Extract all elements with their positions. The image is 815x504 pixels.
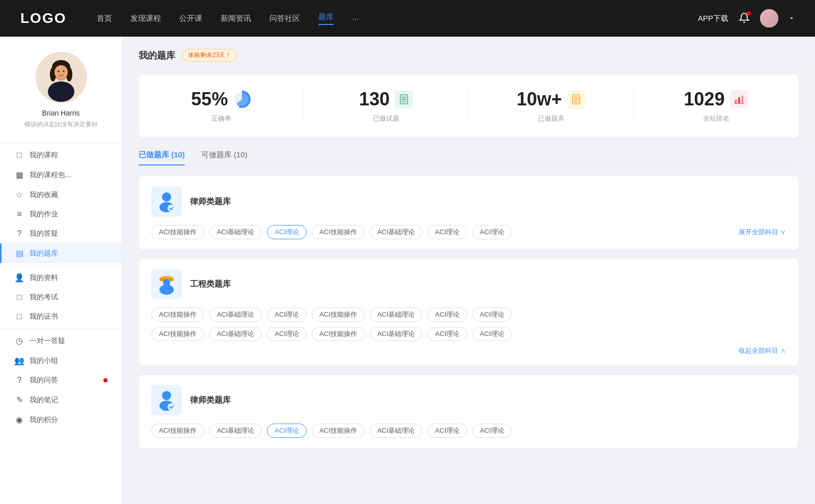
stat-banks-label: 已做题库 [538, 114, 564, 123]
tag[interactable]: ACI技能操作 [151, 424, 204, 438]
page-title: 我的题库 [139, 49, 175, 62]
tag-selected[interactable]: ACI理论 [267, 424, 307, 438]
doc-green-icon [395, 90, 413, 108]
tag[interactable]: ACI理论 [267, 327, 307, 341]
homework-icon: ≡ [14, 210, 24, 219]
sidebar-item-profile[interactable]: 👤 我的资料 [0, 268, 122, 288]
tag[interactable]: ACI基础理论 [209, 307, 262, 322]
sidebar-label: 我的证书 [30, 312, 107, 321]
navbar-nav: 首页 发现课程 公开课 新闻资讯 问答社区 题库 ··· [97, 12, 698, 25]
bank-name-lawyer-1: 律师类题库 [190, 197, 231, 207]
tab-available-banks[interactable]: 可做题库 (10) [201, 150, 248, 165]
tag[interactable]: ACI技能操作 [312, 225, 365, 239]
sidebar-item-points[interactable]: ◉ 我的积分 [0, 410, 122, 430]
notification-dot [747, 11, 751, 15]
doc-orange-icon [567, 90, 585, 108]
tag[interactable]: ACI基础理论 [209, 424, 262, 438]
tag[interactable]: ACI理论 [427, 327, 467, 341]
sidebar-item-questions[interactable]: ? 我的答疑 [0, 224, 122, 243]
sidebar-item-homework[interactable]: ≡ 我的作业 [0, 205, 122, 224]
nav-home[interactable]: 首页 [97, 14, 112, 23]
collapse-link-engineer[interactable]: 收起全部科目 ∧ [151, 346, 786, 355]
stat-done-value: 130 [359, 89, 390, 110]
tag[interactable]: ACI技能操作 [312, 327, 365, 341]
tab-done-banks[interactable]: 已做题库 (10) [139, 150, 185, 165]
svg-rect-22 [738, 97, 740, 103]
tag[interactable]: ACI技能操作 [151, 225, 204, 239]
tag[interactable]: ACI理论 [267, 307, 307, 322]
stat-accuracy-value: 55% [191, 89, 228, 110]
svg-point-9 [63, 71, 64, 72]
tag[interactable]: ACI理论 [472, 327, 512, 341]
sidebar-item-certificate[interactable]: □ 我的证书 [0, 307, 122, 326]
tag[interactable]: ACI基础理论 [209, 327, 262, 341]
svg-point-27 [168, 205, 175, 212]
nav-more[interactable]: ··· [352, 14, 359, 23]
avatar-dropdown-icon[interactable] [789, 15, 795, 21]
stat-done-label: 已做试题 [373, 114, 399, 123]
bank-name-engineer: 工程类题库 [190, 279, 231, 290]
sidebar-divider-mid2 [0, 328, 122, 329]
svg-point-32 [162, 391, 171, 400]
sidebar-item-bank[interactable]: ▤ 我的题库 [0, 243, 122, 263]
tag[interactable]: ACI基础理论 [209, 225, 262, 239]
sidebar-item-my-courses[interactable]: □ 我的课程 [0, 146, 122, 165]
user-avatar[interactable] [760, 9, 778, 27]
points-icon: ◉ [14, 415, 24, 425]
tag[interactable]: ACI基础理论 [370, 424, 423, 438]
sidebar-label: 我的考试 [30, 293, 107, 302]
bank-icon: ▤ [14, 248, 24, 258]
sidebar: Brian Harris 错误的决定比没有决定要好 □ 我的课程 ▦ 我的课程包… [0, 37, 122, 504]
tag[interactable]: ACI技能操作 [312, 424, 365, 438]
nav-bank[interactable]: 题库 [318, 12, 334, 25]
sidebar-profile: Brian Harris 错误的决定比没有决定要好 [0, 52, 122, 141]
tag[interactable]: ACI理论 [472, 307, 512, 322]
svg-point-7 [55, 65, 68, 79]
sidebar-divider-mid1 [0, 265, 122, 266]
nav-discover[interactable]: 发现课程 [130, 14, 161, 23]
nav-qa[interactable]: 问答社区 [269, 14, 300, 23]
tag[interactable]: ACI理论 [472, 424, 512, 438]
tag[interactable]: ACI技能操作 [151, 327, 204, 341]
stat-done-questions: 130 已做试题 [304, 89, 469, 123]
question-icon: ? [14, 229, 24, 238]
tag[interactable]: ACI理论 [427, 307, 467, 322]
tag[interactable]: ACI技能操作 [151, 307, 204, 322]
expand-link-lawyer-1[interactable]: 展开全部科目 ∨ [739, 228, 786, 237]
sidebar-label: 我的小组 [30, 356, 107, 366]
tag[interactable]: ACI基础理论 [370, 327, 423, 341]
tag[interactable]: ACI理论 [427, 225, 467, 239]
nav-opencourse[interactable]: 公开课 [179, 14, 202, 23]
stat-top: 1029 [684, 89, 748, 110]
sidebar-item-one-on-one[interactable]: ◷ 一对一答疑 [0, 331, 122, 351]
profile-icon: 👤 [14, 273, 24, 283]
navbar: LOGO 首页 发现课程 公开课 新闻资讯 问答社区 题库 ··· APP下载 [0, 0, 815, 37]
stat-top: 130 [359, 89, 413, 110]
notes-icon: ✎ [14, 395, 24, 405]
sidebar-item-favorites[interactable]: ☆ 我的收藏 [0, 185, 122, 205]
bank-header: 律师类题库 [151, 186, 786, 217]
sidebar-item-my-qa[interactable]: ? 我的问答 [0, 371, 122, 390]
bank-header: 律师类题库 [151, 385, 786, 415]
sidebar-item-course-package[interactable]: ▦ 我的课程包... [0, 165, 122, 185]
tag[interactable]: ACI技能操作 [312, 307, 365, 322]
tag[interactable]: ACI基础理论 [370, 307, 423, 322]
sidebar-item-groups[interactable]: 👥 我的小组 [0, 351, 122, 371]
bell-icon[interactable] [739, 12, 750, 25]
svg-rect-21 [735, 100, 737, 103]
clock-icon: ◷ [14, 336, 24, 346]
nav-news[interactable]: 新闻资讯 [221, 14, 251, 23]
sidebar-item-exam[interactable]: □ 我的考试 [0, 288, 122, 307]
qa-notification-dot [103, 378, 107, 382]
tag-selected[interactable]: ACI理论 [267, 225, 307, 239]
tag[interactable]: ACI理论 [427, 424, 467, 438]
package-icon: ▦ [14, 170, 24, 180]
svg-point-34 [168, 403, 175, 410]
logo: LOGO [20, 10, 66, 26]
stats-row: 55% 正确率 130 [139, 74, 799, 138]
tag[interactable]: ACI理论 [472, 225, 512, 239]
app-download-button[interactable]: APP下载 [698, 14, 728, 23]
sidebar-item-notes[interactable]: ✎ 我的笔记 [0, 390, 122, 410]
tag[interactable]: ACI基础理论 [370, 225, 423, 239]
sidebar-label: 我的积分 [30, 415, 107, 425]
